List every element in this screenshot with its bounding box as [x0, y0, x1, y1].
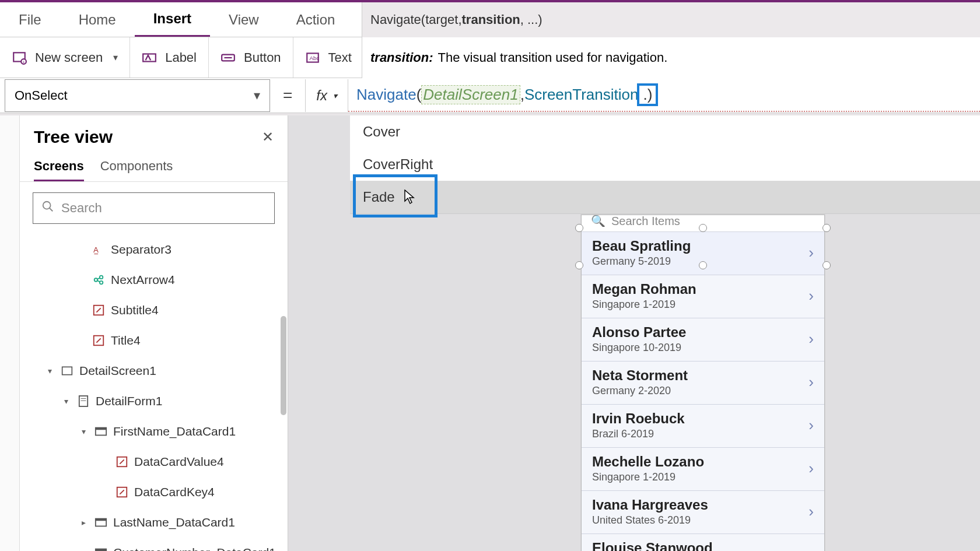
formula-input[interactable]: Navigate ( DetailScreen1 , ScreenTransit… [348, 79, 980, 112]
label-button[interactable]: Label [130, 37, 209, 78]
svg-text:+: + [22, 59, 25, 64]
chevron-right-icon[interactable]: › [808, 416, 814, 434]
tab-components[interactable]: Components [100, 159, 173, 181]
twisty-icon[interactable]: ▸ [78, 548, 89, 551]
menu-view[interactable]: View [210, 2, 278, 37]
node-icon [116, 455, 128, 468]
tree-node[interactable]: A̲Separator3 [23, 234, 282, 265]
search-icon [41, 200, 54, 216]
gallery-item[interactable]: Elouise StanwoodUK 1-2020› [582, 534, 824, 551]
node-label: LastName_DataCard1 [113, 515, 235, 529]
help-arg-name: transition: [370, 50, 433, 65]
chevron-down-icon: ▾ [113, 52, 118, 63]
chevron-right-icon[interactable]: › [808, 373, 814, 391]
text-icon: Abc [305, 50, 320, 65]
svg-rect-25 [96, 519, 106, 521]
gallery-item-sub: Singapore 10-2019 [592, 342, 808, 354]
button-icon [220, 50, 236, 65]
node-label: FirstName_DataCard1 [113, 424, 236, 438]
node-label: CustomerNumber_DataCard1 [113, 546, 276, 551]
formula-arg-help: transition: The visual transition used f… [362, 37, 980, 78]
gallery-item[interactable]: Irvin RoebuckBrazil 6-2019› [582, 404, 824, 447]
node-icon [94, 516, 107, 529]
menu-home[interactable]: Home [60, 2, 135, 37]
sig-suffix: , ...) [520, 12, 542, 27]
chevron-right-icon[interactable]: › [808, 459, 814, 478]
fx-button[interactable]: fx ▾ [305, 79, 348, 112]
gallery-item-sub: Germany 2-2020 [592, 385, 808, 397]
tree-node[interactable]: ▾DetailForm1 [23, 386, 282, 416]
node-icon [92, 334, 105, 347]
button-button[interactable]: Button [209, 37, 293, 78]
gallery-item[interactable]: Mechelle LozanoSingapore 1-2019› [582, 447, 824, 490]
equals-sign: = [270, 86, 305, 105]
menu-file[interactable]: File [0, 2, 60, 37]
node-icon [94, 425, 107, 438]
chevron-right-icon[interactable]: › [808, 503, 814, 521]
node-icon [61, 364, 74, 377]
search-input[interactable]: Search [33, 192, 275, 224]
svg-rect-16 [62, 367, 72, 374]
chevron-right-icon[interactable]: › [808, 546, 814, 551]
gallery-item-sub: Singapore 1-2019 [592, 471, 808, 483]
help-arg-desc: The visual transition used for navigatio… [438, 50, 668, 65]
node-label: DataCardKey4 [134, 485, 215, 499]
node-label: Title4 [111, 334, 141, 348]
svg-point-8 [43, 202, 51, 209]
property-selector[interactable]: OnSelect ▾ [5, 79, 270, 112]
twisty-icon[interactable]: ▾ [78, 427, 89, 436]
tree-view-panel: Tree view ✕ Screens Components Search A̲… [20, 115, 288, 551]
gallery-item-name: Elouise Stanwood [592, 540, 808, 551]
intellisense-dropdown: CoverCoverRightFade [350, 115, 980, 214]
tree-node[interactable]: ▸LastName_DataCard1 [23, 507, 282, 538]
left-rail[interactable] [0, 115, 20, 551]
node-icon [77, 395, 90, 408]
node-label: DetailScreen1 [79, 364, 156, 378]
screen-icon: + [12, 50, 27, 65]
tree-node[interactable]: DataCardValue4 [23, 447, 282, 477]
intellisense-item[interactable]: Cover [350, 115, 980, 148]
node-icon: A̲ [92, 243, 105, 256]
menu-action[interactable]: Action [278, 2, 354, 37]
close-icon[interactable]: ✕ [262, 129, 274, 145]
twisty-icon[interactable]: ▾ [61, 396, 71, 406]
tree-node[interactable]: ▾DetailScreen1 [23, 356, 282, 386]
tok-arg1: DetailScreen1 [421, 85, 520, 104]
button-label: Button [244, 50, 281, 65]
svg-rect-17 [79, 396, 88, 406]
intellisense-item[interactable]: CoverRight [350, 148, 980, 181]
formula-bar: OnSelect ▾ = fx ▾ Navigate ( DetailScree… [0, 78, 980, 113]
chevron-right-icon[interactable]: › [808, 330, 814, 348]
tree-scrollbar[interactable] [281, 316, 286, 415]
gallery-item[interactable]: Megan RohmanSingapore 1-2019› [582, 275, 824, 318]
tree-node[interactable]: NextArrow4 [23, 265, 282, 295]
svg-rect-21 [96, 428, 106, 430]
gallery-item[interactable]: Ivana HargreavesUnited States 6-2019› [582, 490, 824, 534]
twisty-icon[interactable]: ▾ [44, 366, 55, 375]
gallery-item-sub: Singapore 1-2019 [592, 299, 808, 311]
chevron-right-icon[interactable]: › [808, 287, 814, 305]
text-label: Text [328, 50, 352, 65]
gallery-item-name: Alonso Partee [592, 324, 808, 341]
tree-view-title: Tree view [34, 127, 262, 147]
tree-node[interactable]: ▸CustomerNumber_DataCard1 [23, 538, 282, 551]
gallery-item[interactable]: Alonso ParteeSingapore 10-2019› [582, 318, 824, 361]
label-icon [142, 50, 157, 65]
gallery-item-name: Neta Storment [592, 367, 808, 384]
intellisense-item[interactable]: Fade [350, 181, 980, 213]
tab-screens[interactable]: Screens [34, 159, 84, 181]
node-label: NextArrow4 [111, 273, 175, 287]
gallery-item[interactable]: Neta StormentGermany 2-2020› [582, 361, 824, 404]
gallery-item-name: Ivana Hargreaves [592, 497, 808, 513]
new-screen-button[interactable]: + New screen ▾ [0, 37, 130, 78]
twisty-icon[interactable]: ▸ [78, 518, 89, 527]
chevron-down-icon: ▾ [254, 88, 260, 103]
tree-node[interactable]: ▾FirstName_DataCard1 [23, 416, 282, 447]
tok-arg2: ScreenTransition [524, 86, 639, 104]
tree-node[interactable]: Subtitle4 [23, 295, 282, 325]
tree-node[interactable]: DataCardKey4 [23, 477, 282, 507]
selection-handles[interactable] [578, 217, 828, 259]
menu-insert[interactable]: Insert [135, 2, 210, 37]
label-label: Label [165, 50, 197, 65]
tree-node[interactable]: Title4 [23, 325, 282, 356]
